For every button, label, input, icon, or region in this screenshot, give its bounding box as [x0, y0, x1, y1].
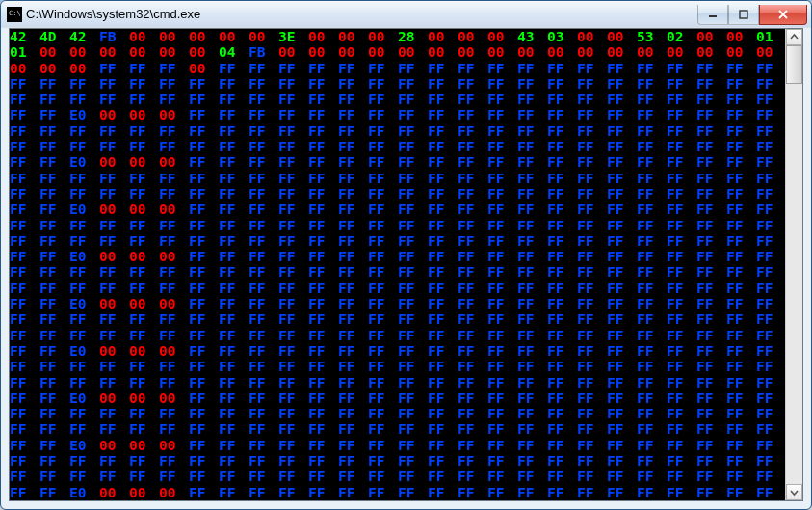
- hex-byte: FF: [667, 139, 692, 154]
- hex-byte: FF: [39, 281, 65, 296]
- hex-byte: FF: [159, 311, 184, 327]
- scroll-track[interactable]: [786, 45, 802, 484]
- hex-byte: FF: [39, 485, 65, 500]
- hex-byte: FF: [667, 249, 692, 264]
- hex-row: FFFFFFFFFFFFFFFFFFFFFFFFFFFFFFFFFFFFFFFF…: [10, 186, 783, 201]
- hex-byte: FF: [39, 76, 65, 92]
- hex-byte: FF: [278, 264, 303, 280]
- hex-byte: FF: [696, 139, 721, 154]
- hex-byte: FF: [39, 311, 65, 327]
- hex-byte: FF: [756, 390, 781, 406]
- hex-byte: FF: [10, 296, 35, 311]
- hex-byte: FF: [99, 469, 124, 484]
- console-output[interactable]: 424D42FB00000000003E00000028000000430300…: [10, 29, 785, 500]
- hex-byte: FF: [308, 171, 333, 186]
- hex-byte: FF: [10, 328, 35, 343]
- hex-byte: FF: [547, 201, 572, 217]
- hex-byte: 00: [428, 29, 453, 44]
- hex-byte: FF: [99, 139, 124, 154]
- hex-byte: FF: [338, 359, 363, 374]
- minimize-button[interactable]: [697, 5, 728, 25]
- hex-row: FFFFE0000000FFFFFFFFFFFFFFFFFFFFFFFFFFFF…: [10, 107, 783, 122]
- hex-byte: FF: [39, 438, 65, 453]
- hex-byte: FF: [278, 154, 303, 170]
- hex-byte: FF: [428, 421, 453, 437]
- hex-byte: 00: [458, 44, 483, 60]
- hex-byte: FF: [129, 281, 154, 296]
- hex-byte: 00: [368, 29, 393, 44]
- hex-byte: FF: [696, 311, 721, 327]
- hex-byte: FF: [458, 469, 483, 484]
- hex-byte: FF: [517, 375, 542, 390]
- scroll-down-button[interactable]: [786, 484, 802, 500]
- hex-byte: FF: [487, 485, 512, 500]
- vertical-scrollbar[interactable]: [785, 29, 802, 500]
- hex-byte: FF: [607, 375, 632, 390]
- hex-byte: FF: [577, 281, 602, 296]
- hex-byte: FF: [577, 406, 602, 421]
- hex-byte: FF: [756, 154, 781, 170]
- hex-byte: FF: [249, 406, 274, 421]
- hex-byte: FF: [368, 343, 393, 359]
- hex-byte: FF: [667, 453, 692, 469]
- hex-row: FFFFE0000000FFFFFFFFFFFFFFFFFFFFFFFFFFFF…: [10, 154, 783, 170]
- hex-row: 424D42FB00000000003E00000028000000430300…: [10, 29, 783, 44]
- hex-byte: FF: [249, 154, 274, 170]
- hex-byte: FF: [69, 123, 94, 139]
- hex-byte: FF: [607, 438, 632, 453]
- hex-byte: FF: [726, 485, 751, 500]
- hex-row: 000000FFFFFF00FFFFFFFFFFFFFFFFFFFFFFFFFF…: [10, 61, 783, 76]
- hex-row: FFFFFFFFFFFFFFFFFFFFFFFFFFFFFFFFFFFFFFFF…: [10, 311, 783, 327]
- hex-byte: FF: [189, 218, 214, 233]
- hex-byte: FF: [667, 201, 692, 217]
- hex-byte: FF: [69, 311, 94, 327]
- hex-byte: FF: [458, 264, 483, 280]
- hex-byte: FF: [129, 218, 154, 233]
- hex-byte: FF: [159, 328, 184, 343]
- hex-byte: FF: [129, 453, 154, 469]
- hex-byte: FF: [637, 390, 662, 406]
- hex-byte: FF: [338, 390, 363, 406]
- hex-byte: FF: [547, 171, 572, 186]
- titlebar[interactable]: C:\ C:\Windows\system32\cmd.exe: [1, 1, 811, 28]
- hex-byte: FF: [278, 469, 303, 484]
- hex-byte: FF: [577, 296, 602, 311]
- hex-byte: FF: [577, 485, 602, 500]
- hex-byte: FF: [398, 406, 423, 421]
- hex-byte: FF: [667, 107, 692, 122]
- hex-byte: FF: [129, 328, 154, 343]
- hex-byte: 00: [99, 249, 124, 264]
- hex-byte: FF: [577, 186, 602, 201]
- hex-byte: FF: [547, 328, 572, 343]
- hex-byte: FF: [577, 201, 602, 217]
- hex-byte: FF: [637, 328, 662, 343]
- hex-byte: FF: [338, 453, 363, 469]
- hex-byte: FF: [547, 421, 572, 437]
- hex-byte: 00: [99, 390, 124, 406]
- hex-byte: FF: [458, 233, 483, 249]
- hex-byte: FF: [368, 218, 393, 233]
- hex-byte: FF: [69, 171, 94, 186]
- hex-byte: 00: [129, 485, 154, 500]
- hex-byte: FF: [696, 186, 721, 201]
- hex-byte: FF: [696, 92, 721, 107]
- hex-byte: FF: [577, 343, 602, 359]
- hex-byte: FF: [278, 485, 303, 500]
- close-button[interactable]: [759, 5, 807, 25]
- hex-byte: 00: [487, 44, 512, 60]
- hex-byte: FF: [428, 438, 453, 453]
- hex-byte: 00: [278, 44, 303, 60]
- hex-byte: FF: [278, 343, 303, 359]
- hex-byte: FF: [39, 375, 65, 390]
- scroll-thumb[interactable]: [786, 45, 802, 84]
- hex-byte: FF: [428, 186, 453, 201]
- scroll-up-button[interactable]: [786, 29, 802, 45]
- hex-byte: FF: [398, 343, 423, 359]
- hex-byte: FF: [487, 311, 512, 327]
- hex-byte: FF: [69, 421, 94, 437]
- hex-byte: FF: [10, 107, 35, 122]
- hex-byte: FF: [219, 123, 244, 139]
- hex-byte: FF: [607, 171, 632, 186]
- maximize-button[interactable]: [728, 5, 759, 25]
- hex-byte: FF: [696, 76, 721, 92]
